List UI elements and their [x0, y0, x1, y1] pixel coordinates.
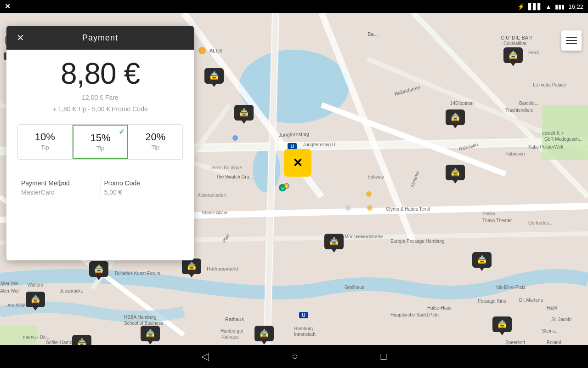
taxi-car-icon: 🚖 [209, 71, 219, 81]
close-panel-button[interactable]: ✕ [13, 30, 28, 45]
hamburger-menu-button[interactable] [561, 30, 582, 51]
promo-code-value: 5,00 € [104, 189, 180, 196]
recents-button[interactable]: □ [381, 351, 387, 362]
status-bar-right: ⚡ ▋▋▋ ▲ ▮▮▮ 16:22 [517, 3, 583, 10]
taxi-car-icon: 🚖 [329, 236, 339, 247]
svg-text:Passage Kino: Passage Kino [478, 299, 506, 304]
payment-panel: ✕ Payment 8,80 € 12,00 € Fare + 1,80 € T… [6, 26, 194, 260]
svg-text:Alter Wall: Alter Wall [0, 281, 19, 286]
taxi-marker-t5: 🚖 [503, 47, 523, 63]
tip-20-percent: 20% [132, 131, 179, 143]
promo-code-label: Promo Code [104, 179, 180, 187]
svg-text:S: S [281, 186, 284, 190]
taxi-car-icon: 🚖 [94, 264, 104, 274]
svg-text:Rathaus: Rathaus [225, 316, 244, 322]
svg-text:Steins...: Steins... [542, 328, 559, 334]
taxi-car-icon: 🚖 [30, 294, 40, 305]
taxi-car-icon: 🚖 [477, 255, 487, 265]
status-bar-left: ✕ [5, 2, 11, 11]
svg-text:Rathausmarkt: Rathausmarkt [207, 266, 238, 271]
svg-text:Wolford: Wolford [28, 282, 43, 288]
taxi-car-icon: 🚖 [187, 261, 197, 271]
back-button[interactable]: ◁ [201, 351, 209, 362]
svg-text:St. Jacobi: St. Jacobi [551, 317, 571, 322]
svg-point-85 [345, 205, 351, 211]
tip-15-label: Tip [77, 145, 124, 152]
x-logo-icon: ✕ [5, 2, 11, 11]
hamburger-line-2 [566, 40, 577, 41]
svg-text:School of Business: School of Business [124, 321, 163, 326]
svg-point-83 [232, 135, 238, 141]
promo-code-section[interactable]: Promo Code 5,00 € [101, 178, 183, 198]
svg-text:La moda Palace: La moda Palace [533, 82, 566, 87]
svg-text:Europa Passage Hamburg: Europa Passage Hamburg [390, 239, 445, 244]
svg-text:Alter Wall: Alter Wall [0, 288, 19, 293]
navigation-bar: ◁ ○ □ [0, 345, 588, 368]
tip-15-percent: 15% [77, 132, 124, 144]
taxi-car-icon: 🚖 [497, 319, 507, 329]
taxi-marker-t8: 🚖 [472, 252, 492, 268]
price-display: 8,80 € [17, 59, 183, 88]
panel-body: 8,80 € 12,00 € Fare + 1,80 € Tip - 5,00 … [6, 50, 194, 260]
svg-text:Bucerius Kunst Forum: Bucerius Kunst Forum [115, 271, 160, 276]
svg-text:resso Boutique: resso Boutique [211, 165, 242, 170]
svg-text:Hulbe-Haus: Hulbe-Haus [427, 305, 452, 310]
tip-15-button[interactable]: ✓ 15% Tip [73, 125, 129, 159]
status-bar: ✕ ⚡ ▋▋▋ ▲ ▮▮▮ 16:22 [0, 0, 588, 13]
svg-text:- Cocktailbar -: - Cocktailbar - [501, 41, 529, 46]
svg-point-2 [253, 146, 280, 192]
taxi-car-icon: 🚖 [450, 167, 460, 178]
mytaxi-x-icon: ✕ [293, 156, 303, 170]
user-location-dot [284, 183, 289, 189]
taxi-marker-t7: 🚖 [324, 234, 344, 249]
taxi-car-icon: 🚖 [450, 112, 460, 122]
price-fare-line: 12,00 € Fare [17, 92, 183, 104]
tip-selector: 10% Tip ✓ 15% Tip 20% Tip [17, 124, 183, 160]
panel-header: ✕ Payment [6, 26, 194, 50]
svg-text:H&M: H&M [547, 305, 557, 310]
svg-point-84 [366, 191, 372, 197]
svg-text:Kleine Alster: Kleine Alster [202, 210, 228, 215]
wifi-icon: ▲ [546, 3, 552, 10]
svg-text:Kabs PolsterWelt: Kabs PolsterWelt [528, 144, 564, 150]
time-display: 16:22 [568, 3, 583, 10]
svg-point-86 [367, 205, 373, 211]
svg-text:Speersort: Speersort [505, 340, 526, 345]
tip-20-label: Tip [132, 144, 179, 151]
hamburger-line-3 [566, 43, 577, 44]
mytaxi-logo-marker: ✕ [284, 149, 311, 177]
map-container: Jungfernstieg Ballindamm Alstertor Raboi… [0, 13, 588, 368]
svg-text:dewelt K +: dewelt K + [542, 131, 564, 136]
payment-method-section[interactable]: Payment Method MasterCard ✓ [17, 178, 101, 198]
svg-text:Raboisen: Raboisen [505, 151, 525, 156]
taxi-marker-t1: 🚖 [204, 68, 224, 84]
taxi-marker-t4: 🚖 [446, 109, 465, 125]
home-button[interactable]: ○ [292, 351, 298, 362]
svg-text:Dr. Martens: Dr. Martens [519, 298, 543, 303]
svg-text:mama - Die...: mama - Die... [23, 334, 51, 339]
taxi-marker-t3: 🚖 [234, 105, 254, 121]
tip-10-button[interactable]: 10% Tip [18, 125, 73, 159]
tip-20-button[interactable]: 20% Tip [128, 125, 182, 159]
taxi-car-icon: 🚖 [145, 328, 155, 339]
svg-text:U: U [302, 313, 305, 318]
svg-text:Alsterarkaden: Alsterarkaden [198, 193, 226, 198]
svg-text:Olymp & Hades Textil: Olymp & Hades Textil [386, 207, 430, 212]
svg-text:CIU' DIE BAR: CIU' DIE BAR [501, 35, 532, 40]
svg-text:The Swatch Gro...: The Swatch Gro... [216, 174, 253, 179]
svg-text:Gertrudes...: Gertrudes... [528, 220, 553, 225]
taxi-car-icon: 🚖 [239, 108, 249, 118]
payment-method-checkmark: ✓ [58, 179, 65, 190]
price-main-amount: 8,80 € [17, 59, 183, 88]
svg-text:Jungfernstieg U: Jungfernstieg U [303, 142, 335, 147]
svg-text:Emilia: Emilia [482, 211, 495, 216]
svg-text:Rathaus: Rathaus [221, 334, 238, 339]
svg-text:Ferdi...: Ferdi... [528, 50, 543, 55]
svg-text:HamburgInnenstadt: HamburgInnenstadt [294, 326, 316, 337]
svg-text:HSBA Hamburg: HSBA Hamburg [124, 315, 157, 320]
svg-text:ALEX: ALEX [209, 48, 223, 53]
price-tip-promo-line: + 1,80 € Tip - 5,00 € Promo Code [17, 104, 183, 115]
price-breakdown: 12,00 € Fare + 1,80 € Tip - 5,00 € Promo… [17, 92, 183, 115]
taxi-marker-t9: 🚖 [89, 261, 108, 277]
svg-text:Ba...: Ba... [368, 31, 378, 37]
